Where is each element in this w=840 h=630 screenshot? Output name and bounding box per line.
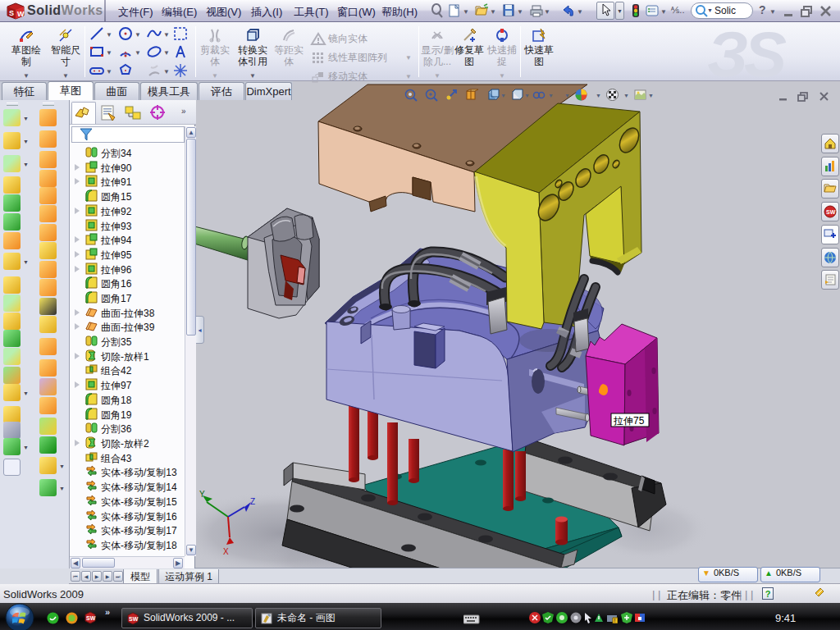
svg-text:SW: SW (826, 209, 836, 215)
svg-text:Y: Y (199, 490, 205, 499)
svg-text:拉伸75: 拉伸75 (613, 415, 645, 427)
svg-text:SW: SW (86, 615, 96, 621)
svg-text:SW: SW (129, 616, 139, 622)
svg-text:X: X (223, 547, 229, 556)
svg-text:Z: Z (250, 497, 255, 506)
svg-text:W: W (17, 10, 25, 18)
svg-text:S: S (9, 9, 14, 17)
svg-text:!: ! (614, 618, 616, 623)
